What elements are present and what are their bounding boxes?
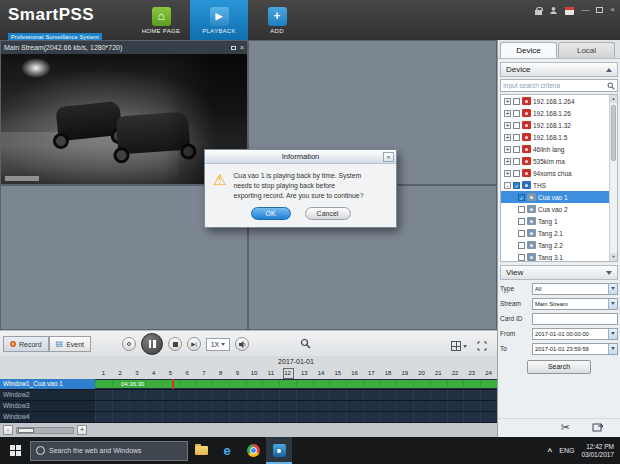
tree-checkbox[interactable]: ✓ xyxy=(518,194,525,201)
tree-checkbox[interactable] xyxy=(513,158,520,165)
tree-checkbox[interactable] xyxy=(518,230,525,237)
timeline-zoom-button[interactable] xyxy=(300,338,311,349)
stop-button[interactable] xyxy=(168,337,182,351)
timeline-window-label[interactable]: Window2 xyxy=(0,390,95,401)
tree-checkbox[interactable] xyxy=(513,110,520,117)
maximize-button[interactable] xyxy=(596,7,603,13)
device-tree-item[interactable]: +192.168.1.26 xyxy=(501,107,609,119)
tree-scroll-thumb[interactable] xyxy=(611,105,616,161)
tree-checkbox[interactable]: ✓ xyxy=(513,182,520,189)
tree-checkbox[interactable] xyxy=(513,170,520,177)
tree-checkbox[interactable] xyxy=(513,134,520,141)
add-button[interactable]: + ADD xyxy=(248,0,306,40)
timeline-hour-ruler[interactable]: 123456789101112131415161718192021222324 xyxy=(95,367,497,379)
fullscreen-button[interactable] xyxy=(477,337,487,355)
tree-scroll-track[interactable] xyxy=(610,103,617,253)
speed-select[interactable]: 1X xyxy=(206,338,230,351)
tree-expander[interactable]: - xyxy=(504,182,511,189)
channel-tree-item[interactable]: Tang 2.2 xyxy=(501,239,609,251)
volume-button[interactable] xyxy=(235,337,249,351)
search-icon[interactable] xyxy=(607,82,615,90)
tree-checkbox[interactable] xyxy=(513,146,520,153)
chrome-button[interactable] xyxy=(240,437,266,464)
zoom-slider[interactable] xyxy=(16,427,74,434)
tree-checkbox[interactable] xyxy=(518,218,525,225)
dropdown-arrow-icon[interactable] xyxy=(608,329,617,339)
tree-expander[interactable]: + xyxy=(504,110,511,117)
tree-checkbox[interactable] xyxy=(513,122,520,129)
tree-checkbox[interactable] xyxy=(513,98,520,105)
device-search-input[interactable]: Input search criteria xyxy=(500,79,618,92)
file-explorer-button[interactable] xyxy=(188,437,214,464)
device-tree-item[interactable]: +192.168.1.5 xyxy=(501,131,609,143)
start-button[interactable] xyxy=(0,437,30,464)
tree-checkbox[interactable] xyxy=(518,242,525,249)
dialog-close-button[interactable]: × xyxy=(383,152,394,162)
tree-checkbox[interactable] xyxy=(518,254,525,261)
user-icon[interactable] xyxy=(549,6,558,15)
lock-icon[interactable] xyxy=(535,6,542,15)
scroll-up-icon[interactable]: ▲ xyxy=(610,95,617,103)
next-frame-button[interactable]: ▶| xyxy=(187,337,201,351)
snapshot-icon[interactable] xyxy=(231,46,236,50)
device-tree-item[interactable]: -✓THS xyxy=(501,179,609,191)
stream-select[interactable]: Main Stream xyxy=(532,298,618,310)
channel-tree-item[interactable]: Tang 1 xyxy=(501,215,609,227)
timeline-track[interactable]: 04:36:30 xyxy=(95,379,497,390)
ok-button[interactable]: OK xyxy=(251,207,291,220)
calendar-icon[interactable] xyxy=(565,5,574,15)
channel-tree-item[interactable]: Tang 3.1 xyxy=(501,251,609,262)
channel-tree-item[interactable]: Cua vao 2 xyxy=(501,203,609,215)
tree-scrollbar[interactable]: ▲ ▼ xyxy=(609,95,617,261)
device-tree-item[interactable]: +46linh lang xyxy=(501,143,609,155)
device-tree-item[interactable]: +535kim ma xyxy=(501,155,609,167)
clip-scissors-icon[interactable]: ✂ xyxy=(561,421,570,433)
cancel-button[interactable]: Cancel xyxy=(305,207,351,220)
tree-expander[interactable]: + xyxy=(504,158,511,165)
timeline-window-label[interactable]: Window1_Cua vao 1 xyxy=(0,379,95,390)
tab-local[interactable]: Local xyxy=(558,42,615,58)
timeline-track[interactable] xyxy=(95,401,497,412)
playhead[interactable] xyxy=(172,379,174,389)
record-tab[interactable]: Record xyxy=(3,336,49,352)
export-record-icon[interactable] xyxy=(592,418,604,436)
tree-expander[interactable]: + xyxy=(504,146,511,153)
taskbar-clock[interactable]: 12:42 PM 03/01/2017 xyxy=(581,443,614,459)
tree-checkbox[interactable] xyxy=(518,206,525,213)
channel-tree-item[interactable]: ✓Cua vao 1 xyxy=(501,191,609,203)
zoom-in-button[interactable]: + xyxy=(77,425,87,435)
type-select[interactable]: All xyxy=(532,283,618,295)
dropdown-arrow-icon[interactable] xyxy=(608,299,617,309)
tray-expand-icon[interactable]: ^ xyxy=(548,447,553,456)
device-section-header[interactable]: Device xyxy=(500,62,618,77)
channel-tree-item[interactable]: Tang 2.1 xyxy=(501,227,609,239)
to-datetime-select[interactable]: 2017-01-01 23:59:59 xyxy=(532,343,618,355)
timeline-window-label[interactable]: Window4 xyxy=(0,412,95,423)
tree-expander[interactable]: + xyxy=(504,98,511,105)
home-page-button[interactable]: ⌂ HOME PAGE xyxy=(132,0,190,40)
dialog-titlebar[interactable]: Information × xyxy=(205,150,396,164)
scroll-down-icon[interactable]: ▼ xyxy=(610,253,617,261)
device-tree-item[interactable]: +192.168.1.32 xyxy=(501,119,609,131)
minimize-button[interactable]: — xyxy=(581,5,589,15)
device-tree-item[interactable]: +192.168.1.264 xyxy=(501,95,609,107)
zoom-slider-thumb[interactable] xyxy=(18,428,34,433)
loop-button[interactable] xyxy=(122,337,136,351)
playback-tab[interactable]: ▶ PLAYBACK xyxy=(190,0,248,40)
timeline-track[interactable] xyxy=(95,390,497,401)
timeline-track[interactable] xyxy=(95,412,497,423)
close-button[interactable]: × xyxy=(610,5,615,15)
dropdown-arrow-icon[interactable] xyxy=(608,344,617,354)
pause-button[interactable] xyxy=(141,333,163,355)
smartpss-taskbar-button[interactable] xyxy=(266,437,292,464)
view-section-header[interactable]: View xyxy=(500,265,618,280)
event-tab[interactable]: ▤ Event xyxy=(49,336,91,352)
language-indicator[interactable]: ENG xyxy=(559,447,574,454)
edge-button[interactable]: e xyxy=(214,437,240,464)
dropdown-arrow-icon[interactable] xyxy=(608,284,617,294)
zoom-out-button[interactable]: - xyxy=(3,425,13,435)
tree-expander[interactable]: + xyxy=(504,134,511,141)
from-datetime-select[interactable]: 2017-01-01 00:00:00 xyxy=(532,328,618,340)
taskbar-search-input[interactable]: Search the web and Windows xyxy=(30,441,188,461)
search-button[interactable]: Search xyxy=(527,360,591,374)
